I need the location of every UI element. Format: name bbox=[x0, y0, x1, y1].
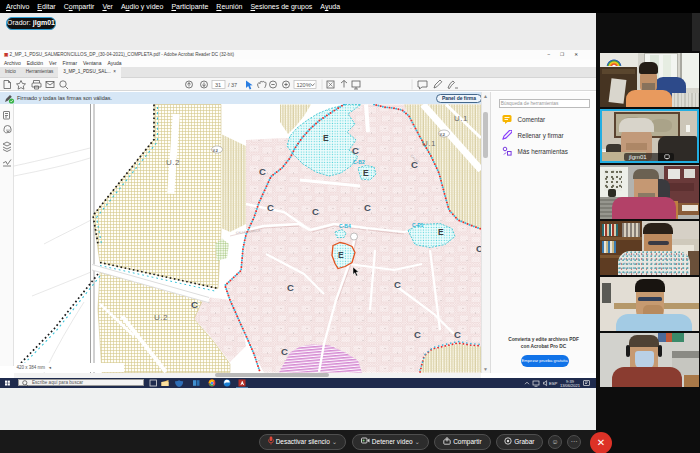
svg-text:C: C bbox=[259, 166, 266, 177]
svg-text:ESP: ESP bbox=[549, 380, 558, 385]
svg-text:C: C bbox=[287, 282, 294, 293]
svg-text:C: C bbox=[394, 279, 401, 290]
svg-text:U.2: U.2 bbox=[154, 313, 168, 322]
svg-text:E: E bbox=[438, 227, 444, 237]
svg-text:C: C bbox=[364, 202, 371, 213]
svg-text:E: E bbox=[363, 168, 369, 178]
svg-text:C: C bbox=[414, 329, 421, 340]
svg-text:C: C bbox=[312, 206, 319, 217]
svg-text:120%: 120% bbox=[297, 81, 311, 87]
svg-text:U.2: U.2 bbox=[166, 158, 180, 167]
svg-text:C-E1: C-E1 bbox=[412, 222, 424, 228]
svg-text:E: E bbox=[338, 250, 344, 260]
svg-text:C-B4: C-B4 bbox=[339, 223, 351, 229]
svg-text:E: E bbox=[323, 133, 329, 143]
svg-text:/ 37: / 37 bbox=[228, 81, 237, 87]
svg-text:31: 31 bbox=[215, 81, 221, 87]
svg-text:C: C bbox=[281, 346, 288, 357]
svg-text:C: C bbox=[191, 299, 198, 310]
svg-text:U.1: U.1 bbox=[422, 139, 436, 148]
svg-text:V.2: V.2 bbox=[213, 149, 218, 153]
svg-text:U.1: U.1 bbox=[454, 114, 468, 123]
svg-text:C: C bbox=[352, 145, 359, 156]
svg-text:C: C bbox=[267, 202, 274, 213]
svg-text:C: C bbox=[454, 329, 461, 340]
svg-text:C-B2: C-B2 bbox=[353, 159, 365, 165]
svg-text:V.2: V.2 bbox=[440, 133, 445, 137]
